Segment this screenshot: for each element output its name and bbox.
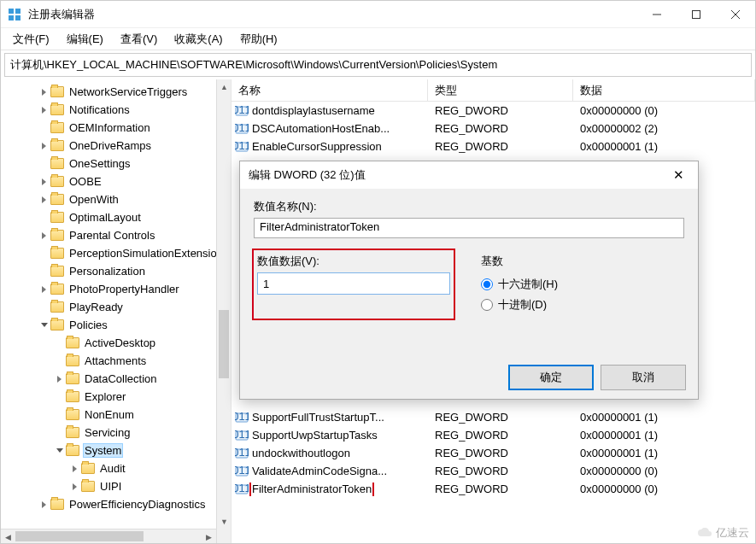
menu-file[interactable]: 文件(F) xyxy=(6,29,56,50)
maximize-button[interactable] xyxy=(677,1,716,28)
svg-text:011: 011 xyxy=(235,122,249,134)
chevron-right-icon[interactable] xyxy=(38,194,50,206)
chevron-right-icon[interactable] xyxy=(38,230,50,242)
tree-item[interactable]: ▶PerceptionSimulationExtensions xyxy=(1,244,231,262)
folder-icon xyxy=(66,445,79,456)
tree-scrollbar-vertical[interactable]: ▲ ▼ xyxy=(216,79,231,543)
list-row[interactable]: 011SupportFullTrustStartupT...REG_DWORD0… xyxy=(231,408,755,426)
tree-item-label: NonEnum xyxy=(83,407,136,422)
cancel-button[interactable]: 取消 xyxy=(601,365,686,390)
folder-icon xyxy=(50,230,64,241)
minimize-button[interactable] xyxy=(637,1,677,28)
list-row[interactable]: 011undockwithoutlogonREG_DWORD0x00000001… xyxy=(231,444,755,462)
list-row[interactable]: 011EnableCursorSuppressionREG_DWORD0x000… xyxy=(231,137,755,155)
menu-help[interactable]: 帮助(H) xyxy=(233,29,284,50)
tree-item-label: Parental Controls xyxy=(67,228,156,243)
tree-item[interactable]: OneDriveRamps xyxy=(1,137,231,155)
tree-scroll-thumb-h[interactable] xyxy=(15,531,144,541)
value-name: dontdisplaylastusername xyxy=(252,104,375,117)
titlebar: 注册表编辑器 xyxy=(1,1,755,28)
tree-item[interactable]: Audit xyxy=(1,459,231,477)
list-row[interactable]: 011SupportUwpStartupTasksREG_DWORD0x0000… xyxy=(231,426,755,444)
list-row[interactable]: 011DSCAutomationHostEnab...REG_DWORD0x00… xyxy=(231,120,755,137)
tree-item[interactable]: PhotoPropertyHandler xyxy=(1,280,231,298)
tree-item-label: OneDriveRamps xyxy=(67,138,153,153)
value-type: REG_DWORD xyxy=(428,447,573,459)
menu-view[interactable]: 查看(V) xyxy=(114,29,164,50)
tree-item[interactable]: ▶Explorer xyxy=(1,388,231,406)
menu-favorites[interactable]: 收藏夹(A) xyxy=(167,29,229,50)
col-type[interactable]: 类型 xyxy=(428,79,573,101)
tree-item-label: PlayReady xyxy=(67,300,125,314)
tree-item[interactable]: UIPI xyxy=(1,477,231,495)
tree-item[interactable]: System xyxy=(1,442,231,459)
tree-item[interactable]: Notifications xyxy=(1,101,231,119)
tree-scroll-thumb[interactable] xyxy=(219,310,229,378)
value-data-input[interactable] xyxy=(257,272,450,295)
tree-pane: NetworkServiceTriggersNotifications▶OEMI… xyxy=(1,79,231,543)
tree-scrollbar-horizontal[interactable]: ◀ ▶ xyxy=(1,529,216,543)
tree-item[interactable]: NetworkServiceTriggers xyxy=(1,83,231,101)
list-row[interactable]: 011FilterAdministratorTokenREG_DWORD0x00… xyxy=(231,480,755,498)
tree-item[interactable]: DataCollection xyxy=(1,370,231,388)
tree-item[interactable]: ▶Personalization xyxy=(1,262,231,280)
tree-item[interactable]: ▶Attachments xyxy=(1,352,231,370)
folder-icon xyxy=(50,194,64,205)
dword-icon: 011 xyxy=(235,411,249,424)
folder-icon xyxy=(50,158,64,169)
tree-item[interactable]: Policies xyxy=(1,316,231,334)
folder-icon xyxy=(66,391,79,402)
tree-item[interactable]: OOBE xyxy=(1,173,231,190)
tree-item[interactable]: PowerEfficiencyDiagnostics xyxy=(1,495,231,513)
ok-button[interactable]: 确定 xyxy=(508,365,594,390)
tree-item[interactable]: ▶PlayReady xyxy=(1,298,231,316)
tree-item-label: Explorer xyxy=(83,389,127,404)
tree-item[interactable]: ▶OptimalLayout xyxy=(1,208,231,226)
address-text: 计算机\HKEY_LOCAL_MACHINE\SOFTWARE\Microsof… xyxy=(10,57,497,73)
folder-icon xyxy=(50,140,64,151)
chevron-right-icon[interactable] xyxy=(38,140,50,152)
dword-icon: 011 xyxy=(235,465,249,478)
chevron-right-icon[interactable] xyxy=(38,86,50,98)
tree-item[interactable]: ▶OneSettings xyxy=(1,155,231,173)
tree-item[interactable]: OpenWith xyxy=(1,190,231,208)
tree-item-label: Policies xyxy=(67,318,109,332)
tree-item-label: PerceptionSimulationExtensions xyxy=(67,246,230,260)
value-data: 0x00000000 (0) xyxy=(573,483,755,495)
radio-dec[interactable]: 十进制(D) xyxy=(481,295,558,315)
tree-item-label: DataCollection xyxy=(83,371,159,386)
folder-icon xyxy=(50,104,64,115)
dialog-close-button[interactable]: ✕ xyxy=(659,161,698,189)
chevron-right-icon[interactable] xyxy=(54,373,66,385)
radio-hex[interactable]: 十六进制(H) xyxy=(481,274,558,295)
svg-text:011: 011 xyxy=(235,465,249,477)
chevron-right-icon[interactable] xyxy=(69,463,81,475)
col-data[interactable]: 数据 xyxy=(573,79,755,101)
tree-item-label: OOBE xyxy=(67,174,103,189)
col-name[interactable]: 名称 xyxy=(231,79,428,101)
value-name: undockwithoutlogon xyxy=(252,447,350,459)
chevron-right-icon[interactable] xyxy=(38,499,50,511)
value-name: DSCAutomationHostEnab... xyxy=(252,122,390,135)
list-row[interactable]: 011ValidateAdminCodeSigna...REG_DWORD0x0… xyxy=(231,462,755,480)
value-type: REG_DWORD xyxy=(428,411,573,424)
value-data: 0x00000001 (1) xyxy=(573,447,755,459)
chevron-right-icon[interactable] xyxy=(38,104,50,116)
menu-edit[interactable]: 编辑(E) xyxy=(60,29,110,50)
chevron-down-icon[interactable] xyxy=(54,445,66,457)
chevron-right-icon[interactable] xyxy=(69,481,81,493)
tree-item[interactable]: ▶Servicing xyxy=(1,424,231,442)
tree-item[interactable]: Parental Controls xyxy=(1,226,231,244)
chevron-right-icon[interactable] xyxy=(38,176,50,188)
chevron-down-icon[interactable] xyxy=(38,319,50,331)
tree-item[interactable]: ▶ActiveDesktop xyxy=(1,334,231,352)
chevron-right-icon[interactable] xyxy=(38,284,50,295)
svg-rect-1 xyxy=(15,9,21,14)
list-row[interactable]: 011dontdisplaylastusernameREG_DWORD0x000… xyxy=(231,102,755,120)
base-label: 基数 xyxy=(481,254,558,269)
folder-icon xyxy=(66,355,79,366)
tree-item[interactable]: ▶NonEnum xyxy=(1,406,231,424)
address-bar[interactable]: 计算机\HKEY_LOCAL_MACHINE\SOFTWARE\Microsof… xyxy=(4,53,752,77)
close-button[interactable] xyxy=(716,1,755,28)
tree-item[interactable]: ▶OEMInformation xyxy=(1,119,231,137)
